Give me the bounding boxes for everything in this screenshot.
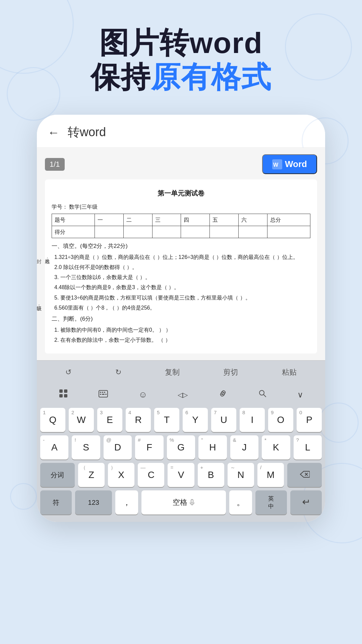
grid-switch-button[interactable]: [55, 387, 71, 402]
undo-button[interactable]: ↺: [61, 366, 76, 379]
key-y[interactable]: 6Y: [183, 408, 208, 432]
link-icon: [218, 389, 228, 398]
key-m[interactable]: /M: [257, 463, 284, 487]
lang-switch-button[interactable]: 英中: [255, 490, 287, 515]
key-g[interactable]: %G: [167, 435, 195, 460]
header-line2-prefix: 保持: [90, 60, 151, 94]
key-a[interactable]: -A: [40, 435, 68, 460]
keyboard-row4: 符 123 ， 空格 。 英中: [40, 490, 322, 515]
copy-button[interactable]: 复制: [160, 365, 184, 379]
svg-rect-5: [64, 394, 67, 397]
period-key[interactable]: 。: [229, 490, 252, 515]
key-e[interactable]: 3E: [97, 408, 122, 432]
document-content[interactable]: 第一单元测试卷 学号： 数学|三年级 题号 一 二 三 四 五 六 总分: [45, 179, 317, 354]
key-q[interactable]: 1Q: [40, 408, 65, 432]
enter-key[interactable]: [290, 490, 322, 515]
keyboard-switcher: ☺ ◁▷ ∨: [37, 384, 325, 405]
link-button[interactable]: [215, 387, 231, 402]
keyboard: 1Q 2W 3E 4R 5T 6Y 7U 8I 9O 0P -A !S @D #…: [37, 405, 325, 522]
key-b[interactable]: +B: [198, 463, 224, 487]
section2: 二、判断。(6分): [52, 314, 310, 324]
enter-icon: [302, 499, 310, 505]
paste-button[interactable]: 粘贴: [277, 365, 301, 379]
num-button[interactable]: 123: [75, 490, 112, 515]
class-sidebar: 班级：: [37, 302, 44, 307]
header-line2-highlight: 原有格式: [151, 60, 272, 94]
space-key[interactable]: 空格: [141, 490, 226, 515]
delete-button[interactable]: [287, 463, 322, 487]
key-x[interactable]: ）X: [108, 463, 134, 487]
key-n[interactable]: ～N: [228, 463, 254, 487]
key-d[interactable]: @D: [104, 435, 132, 460]
key-s[interactable]: !S: [72, 435, 100, 460]
phone-mockup: ← 转word 1/1 W Word 第一单元测试卷 学号： 数学|三年级: [37, 115, 325, 522]
emoji-button[interactable]: ☺: [135, 388, 151, 401]
backspace-icon: [300, 471, 310, 478]
collapse-keyboard-button[interactable]: ∨: [294, 389, 307, 401]
question1: 1.321÷3的商是（ ）位数，商的最高位在（ ）位上；126÷3的商是（ ）位…: [52, 253, 310, 262]
svg-rect-12: [105, 394, 107, 395]
question5: 5. 要使13÷6的商是两位数，方框里可以填（要使商是三位数，方框里最小填（ ）…: [52, 293, 310, 302]
svg-rect-4: [59, 394, 63, 397]
back-button[interactable]: ←: [48, 125, 60, 140]
key-f[interactable]: #F: [135, 435, 163, 460]
svg-rect-7: [100, 392, 101, 393]
key-j[interactable]: &J: [230, 435, 258, 460]
keyboard-toolbar: ↺ ↻ 复制 剪切 粘贴: [37, 360, 325, 384]
word-icon: W: [272, 159, 282, 169]
key-t[interactable]: 5T: [154, 408, 179, 432]
svg-rect-10: [100, 394, 101, 395]
search-icon: [258, 389, 267, 398]
keyboard-row3: 分词 （Z ）X —C =V +B ～N /M: [40, 463, 322, 487]
app-title: 转word: [68, 124, 106, 141]
keyboard-switch-button[interactable]: [95, 388, 111, 401]
grid-icon: [59, 389, 68, 398]
key-h[interactable]: "H: [198, 435, 227, 460]
search-button[interactable]: [255, 388, 270, 401]
key-c[interactable]: —C: [138, 463, 164, 487]
svg-rect-11: [102, 394, 105, 395]
page-badge: 1/1: [45, 158, 65, 171]
cut-button[interactable]: 剪切: [219, 365, 243, 379]
key-k[interactable]: *K: [262, 435, 290, 460]
key-w[interactable]: 2W: [69, 408, 94, 432]
svg-rect-8: [102, 392, 103, 393]
svg-line-14: [263, 394, 266, 397]
doc-toolbar: 1/1 W Word: [45, 154, 317, 174]
svg-rect-3: [64, 389, 67, 393]
comma-key[interactable]: ，: [115, 490, 138, 515]
symbol-button[interactable]: 符: [40, 490, 72, 515]
question3: 3. 一个三位数除以6，余数最大是（ ）。: [52, 273, 310, 282]
keyboard-row2: -A !S @D #F %G "H &J *K ?L: [40, 435, 322, 460]
document-area: 1/1 W Word 第一单元测试卷 学号： 数学|三年级: [37, 148, 325, 360]
svg-text:W: W: [273, 162, 279, 168]
section1: 一、填空。(每空2分，共22分): [52, 241, 310, 251]
word-button-label: Word: [285, 159, 307, 169]
question8: 2. 在有余数的除法中，余数一定小于除数。 （ ）: [52, 335, 310, 344]
key-v[interactable]: =V: [168, 463, 194, 487]
question2: 2.0 除以任何不是0的数都得（ ）。: [52, 263, 310, 272]
key-o[interactable]: 9O: [268, 408, 293, 432]
key-z[interactable]: （Z: [78, 463, 105, 487]
question4: 4.48除以一个数的商是9，余数是3，这个数是（ ）。: [52, 283, 310, 292]
svg-rect-2: [59, 389, 63, 393]
key-p[interactable]: 0P: [297, 408, 322, 432]
doc-title: 第一单元测试卷: [52, 187, 310, 199]
cursor-button[interactable]: ◁▷: [174, 389, 191, 400]
redo-button[interactable]: ↻: [111, 366, 126, 379]
question7: 1. 被除数的中间有0，商的中间也一定有0。 ） ）: [52, 325, 310, 334]
key-i[interactable]: 8I: [240, 408, 265, 432]
key-l[interactable]: ?L: [294, 435, 322, 460]
subject-field: 学号： 数学|三年级: [52, 202, 98, 211]
question6: 6.560里面有（ ）个8，（ ）的4倍是256。: [52, 303, 310, 312]
name-sidebar: 姓名：封: [37, 255, 52, 260]
svg-rect-9: [104, 392, 105, 393]
svg-rect-17: [191, 499, 193, 503]
mic-icon: [189, 499, 195, 506]
key-r[interactable]: 4R: [126, 408, 151, 432]
fenci-button[interactable]: 分词: [40, 463, 75, 487]
score-table: 题号 一 二 三 四 五 六 总分 得分: [52, 214, 310, 238]
word-export-button[interactable]: W Word: [262, 154, 317, 174]
app-bar: ← 转word: [37, 115, 325, 148]
key-u[interactable]: 7U: [211, 408, 236, 432]
